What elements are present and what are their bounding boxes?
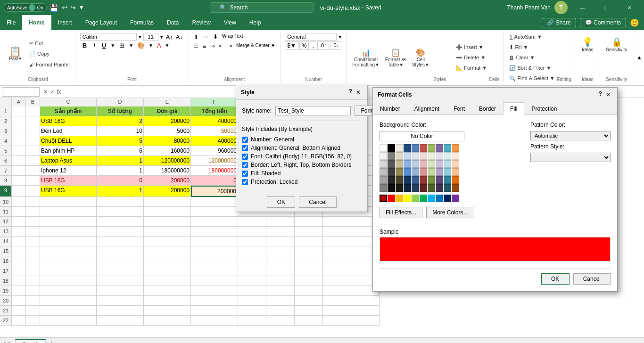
color-swatch[interactable] — [404, 168, 411, 176]
cell-e14[interactable] — [144, 237, 191, 246]
percent-button[interactable]: % — [299, 41, 309, 50]
color-swatch[interactable] — [388, 144, 395, 152]
style-cancel-button[interactable]: Cancel — [299, 196, 336, 208]
cell-c3[interactable]: Đèn Led — [40, 126, 97, 136]
autosum-button[interactable]: ∑ AutoSum ▼ — [507, 32, 556, 41]
color-swatch[interactable] — [380, 144, 387, 152]
color-swatch[interactable] — [428, 184, 435, 192]
conditional-formatting-button[interactable]: 📊 Conditional Formatting▼ — [350, 45, 381, 70]
color-swatch[interactable] — [420, 168, 427, 176]
more-colors-button[interactable]: More Colors... — [426, 207, 474, 218]
cell-i19[interactable] — [295, 286, 323, 296]
cell-b1[interactable] — [26, 106, 40, 116]
bold-button[interactable]: B — [80, 41, 89, 49]
cell-d3[interactable]: 10 — [97, 126, 144, 136]
cell-e20[interactable] — [144, 296, 191, 306]
cell-i16[interactable] — [295, 256, 323, 266]
delete-button[interactable]: ➖ Delete ▼ — [454, 53, 489, 62]
col-header-f[interactable]: F — [191, 98, 238, 106]
cell-h13[interactable] — [266, 227, 295, 237]
increase-decimal-button[interactable]: .0↑ — [317, 41, 329, 50]
cell-d10[interactable] — [97, 197, 144, 207]
color-swatch[interactable] — [412, 152, 419, 160]
no-color-button[interactable]: No Color — [380, 131, 464, 141]
color-swatch-lime[interactable] — [412, 195, 419, 202]
cell-f6[interactable]: 120000000 — [191, 156, 238, 166]
color-swatch[interactable] — [436, 184, 443, 192]
cell-d7[interactable]: 1 — [97, 166, 144, 176]
cell-a14[interactable] — [12, 237, 26, 246]
fc-tab-font[interactable]: Font — [446, 102, 472, 115]
cell-c16[interactable] — [40, 256, 97, 266]
cell-a5[interactable] — [12, 146, 26, 156]
color-swatch[interactable] — [412, 168, 419, 176]
cell-b9[interactable] — [26, 186, 40, 197]
cell-b8[interactable] — [26, 176, 40, 186]
cell-k20[interactable] — [351, 296, 380, 306]
cell-f8[interactable]: 0 — [191, 176, 238, 186]
cell-g17[interactable] — [238, 266, 266, 276]
color-swatch[interactable] — [396, 176, 403, 184]
cell-e2[interactable]: 200000 — [144, 116, 191, 126]
cell-e11[interactable] — [144, 207, 191, 217]
fc-tab-number[interactable]: Number — [373, 102, 407, 115]
cell-d17[interactable] — [97, 266, 144, 276]
comma-button[interactable]: , — [310, 41, 316, 50]
cell-f19[interactable] — [191, 286, 238, 296]
cell-f11[interactable] — [191, 207, 238, 217]
cell-f1[interactable]: Tổng tiền — [191, 106, 238, 116]
row-header-22[interactable]: 22 — [0, 316, 12, 326]
decrease-indent-button[interactable]: ⇤ — [218, 42, 225, 50]
style-ok-button[interactable]: OK — [267, 196, 295, 208]
color-swatch[interactable] — [436, 176, 443, 184]
cell-i20[interactable] — [295, 296, 323, 306]
cell-a16[interactable] — [12, 256, 26, 266]
col-header-b[interactable]: B — [26, 98, 40, 106]
col-header-c[interactable]: C — [40, 98, 97, 106]
cell-i21[interactable] — [295, 306, 323, 316]
cell-d14[interactable] — [97, 237, 144, 246]
redo-icon[interactable]: ↪ — [70, 4, 76, 11]
cell-e6[interactable]: 120000000 — [144, 156, 191, 166]
color-swatch[interactable] — [380, 176, 387, 184]
cell-f4[interactable]: 400000 — [191, 136, 238, 146]
cell-b11[interactable] — [26, 207, 40, 217]
cell-f12[interactable] — [191, 217, 238, 227]
cell-a15[interactable] — [12, 246, 26, 256]
cell-c8[interactable]: USB 16G — [40, 176, 97, 186]
cell-h19[interactable] — [266, 286, 295, 296]
cell-j19[interactable] — [323, 286, 351, 296]
cell-d2[interactable]: 2 — [97, 116, 144, 126]
cell-c7[interactable]: Iphone 12 — [40, 166, 97, 176]
cell-e7[interactable]: 180000000 — [144, 166, 191, 176]
fill-effects-button[interactable]: Fill Effects... — [380, 207, 422, 218]
font-size-input[interactable] — [143, 33, 158, 41]
color-swatch-yellow[interactable] — [404, 195, 411, 202]
cell-j21[interactable] — [323, 306, 351, 316]
border-checkbox[interactable] — [242, 162, 248, 168]
align-middle-button[interactable]: ↔ — [202, 33, 210, 41]
color-swatch[interactable] — [396, 184, 403, 192]
fill-color-button[interactable]: 🎨 — [135, 42, 147, 49]
cell-b21[interactable] — [26, 306, 40, 316]
cell-h12[interactable] — [266, 217, 295, 227]
confirm-formula-icon[interactable]: ✓ — [50, 89, 55, 95]
row-header-16[interactable]: 16 — [0, 256, 12, 266]
merge-center-button[interactable]: Merge & Center ▼ — [235, 42, 277, 50]
cell-b5[interactable] — [26, 146, 40, 156]
font-size-dropdown-icon[interactable]: ▼ — [159, 34, 164, 40]
tab-help[interactable]: Help — [243, 15, 268, 30]
cell-styles-button[interactable]: 🎨 Cell Styles▼ — [410, 45, 431, 70]
cell-h17[interactable] — [266, 266, 295, 276]
fc-ok-button[interactable]: OK — [541, 273, 570, 285]
color-swatch[interactable] — [428, 152, 435, 160]
increase-font-button[interactable]: A↑ — [165, 33, 174, 41]
insert-function-icon[interactable]: fx — [57, 89, 61, 95]
cell-d21[interactable] — [97, 306, 144, 316]
row-header-3[interactable]: 3 — [0, 126, 12, 136]
color-swatch[interactable] — [380, 184, 387, 192]
cell-d9[interactable]: 1 — [97, 186, 144, 197]
cell-e8[interactable]: 200000 — [144, 176, 191, 186]
color-swatch-green[interactable] — [420, 195, 427, 202]
color-swatch[interactable] — [404, 144, 411, 152]
